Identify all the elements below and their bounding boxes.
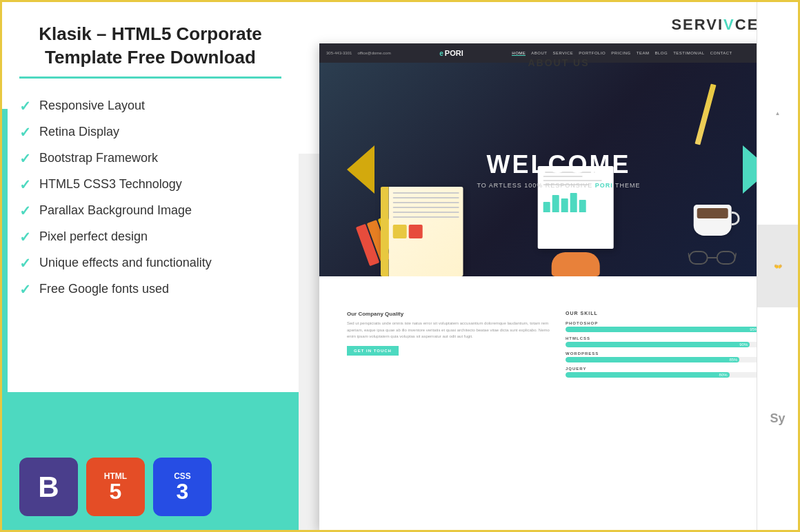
chart-bar [552, 195, 559, 212]
notebook-decorations [393, 225, 459, 238]
skill-bar-fill: 85% [566, 357, 739, 362]
feature-label: Free Google fonts used [39, 282, 169, 296]
skill-bar: 80% [566, 372, 770, 378]
css3-badge: CSS 3 [153, 458, 212, 516]
check-icon: ✓ [19, 124, 31, 141]
page-title: Klasik – HTML5 Corporate Template Free D… [19, 23, 281, 79]
teal-accent-bar [2, 109, 8, 419]
skill-label: HTMLCSS [566, 336, 770, 340]
glasses-illustration [688, 246, 737, 269]
badges-row: B HTML 5 CSS 3 [19, 458, 281, 516]
feature-label: Unique effects and functionality [39, 256, 212, 270]
website-mockup: 305-443-3301 office@dome.com e PORI HOME… [319, 43, 798, 530]
coffee-handle [732, 212, 740, 225]
hand-illustration [552, 252, 600, 276]
chart-bar [543, 202, 550, 212]
right-edge-hands-img: 👐 [774, 263, 782, 270]
decoration [409, 225, 423, 238]
notebook-line [393, 197, 459, 198]
skill-label: WORDPRESS [566, 351, 770, 356]
feature-label: Bootstrap Framework [39, 151, 158, 165]
notebook-line [393, 207, 459, 208]
list-item: ✓ Bootstrap Framework [19, 150, 281, 167]
notebook-lines [393, 192, 459, 218]
hero-subtitle: TO ARTLESS 100% RESPONSIVE PORI THEME [477, 182, 640, 189]
right-edge-text: ▲ [774, 110, 781, 116]
about-title-container: ABOUT US [319, 43, 798, 72]
list-item: ✓ HTML5 CSS3 Technology [19, 176, 281, 193]
skill-row-htmlcss: HTMLCSS 90% [566, 336, 770, 347]
about-right-column: OUR SKILL PHOTOSHOP 95% HTMLCSS [566, 311, 770, 382]
notebook-line [393, 202, 459, 203]
feature-label: Pixel perfect design [39, 229, 148, 244]
about-text: Sed ut perspiciatis unde omnis iste natu… [347, 320, 552, 340]
svg-rect-14 [717, 252, 735, 264]
right-edge-panel: ▲ 👐 Sy [757, 2, 798, 530]
skill-bar: 95% [566, 327, 770, 332]
svg-rect-13 [690, 252, 708, 264]
skill-bar: 85% [566, 357, 770, 362]
hero-section: WELCOME TO ARTLESS 100% RESPONSIVE PORI … [319, 63, 798, 276]
html-num: 5 [110, 480, 122, 502]
about-section: ABOUT US Our Company Quality Sed ut pers… [319, 276, 798, 399]
features-list: ✓ Responsive Layout ✓ Retina Display ✓ B… [19, 98, 281, 430]
about-section-title: ABOUT US [319, 50, 798, 72]
check-icon: ✓ [19, 255, 31, 272]
skill-row-jquery: JQUERY 80% [566, 367, 770, 378]
doc-chart [543, 192, 608, 212]
right-edge-top: ▲ [757, 2, 798, 225]
svg-line-17 [735, 253, 737, 258]
notebook-line [393, 216, 459, 218]
skill-label: PHOTOSHOP [566, 321, 770, 325]
services-title: SERVIVCES [312, 12, 784, 34]
list-item: ✓ Retina Display [19, 124, 281, 141]
get-in-touch-button[interactable]: GET IN TOUCH [347, 346, 399, 356]
services-title-accent: V [723, 16, 735, 33]
feature-label: Responsive Layout [39, 99, 145, 113]
notebook-illustration [381, 187, 463, 276]
right-edge-hands: 👐 [757, 225, 798, 307]
feature-label: Parallax Background Image [39, 203, 192, 218]
feature-label: HTML5 CSS3 Technology [39, 177, 182, 192]
skill-row-photoshop: PHOTOSHOP 95% [566, 321, 770, 332]
skill-label: JQUERY [566, 367, 770, 371]
right-edge-symbol: Sy [757, 307, 798, 530]
about-left-column: Our Company Quality Sed ut perspiciatis … [347, 311, 552, 382]
pencil-decoration [694, 83, 716, 145]
check-icon: ✓ [19, 203, 31, 219]
check-icon: ✓ [19, 281, 31, 298]
check-icon: ✓ [19, 229, 31, 245]
skill-percent: 80% [719, 372, 730, 378]
check-icon: ✓ [19, 150, 31, 167]
chart-bar [561, 198, 568, 212]
check-icon: ✓ [19, 98, 31, 114]
notebook-line [393, 192, 459, 194]
chart-bar [570, 193, 577, 212]
skill-bar-fill: 80% [566, 372, 730, 378]
about-content: Our Company Quality Sed ut perspiciatis … [333, 287, 784, 389]
css-num: 3 [177, 480, 189, 502]
skill-bar-fill: 95% [566, 327, 760, 332]
html5-badge: HTML 5 [86, 458, 145, 516]
hero-content: WELCOME TO ARTLESS 100% RESPONSIVE PORI … [477, 150, 640, 189]
skill-percent: 85% [729, 357, 739, 362]
list-item: ✓ Unique effects and functionality [19, 255, 281, 272]
check-icon: ✓ [19, 176, 31, 193]
bootstrap-badge: B [19, 458, 78, 516]
feature-label: Retina Display [39, 125, 119, 139]
list-item: ✓ Free Google fonts used [19, 281, 281, 298]
list-item: ✓ Pixel perfect design [19, 229, 281, 245]
list-item: ✓ Parallax Background Image [19, 203, 281, 219]
skill-percent: 90% [739, 342, 750, 347]
symbol-text: Sy [770, 411, 785, 426]
svg-line-16 [688, 253, 690, 258]
left-panel: Klasik – HTML5 Corporate Template Free D… [2, 2, 299, 530]
hero-brand: PORI [595, 182, 613, 189]
our-skill-title: OUR SKILL [566, 311, 770, 316]
skill-row-wordpress: WORDPRESS 85% [566, 351, 770, 362]
skill-bar: 90% [566, 342, 770, 347]
about-company-title: Our Company Quality [347, 311, 552, 317]
hero-title: WELCOME [477, 150, 640, 179]
chart-bar [579, 200, 586, 212]
notebook-line [393, 212, 459, 213]
